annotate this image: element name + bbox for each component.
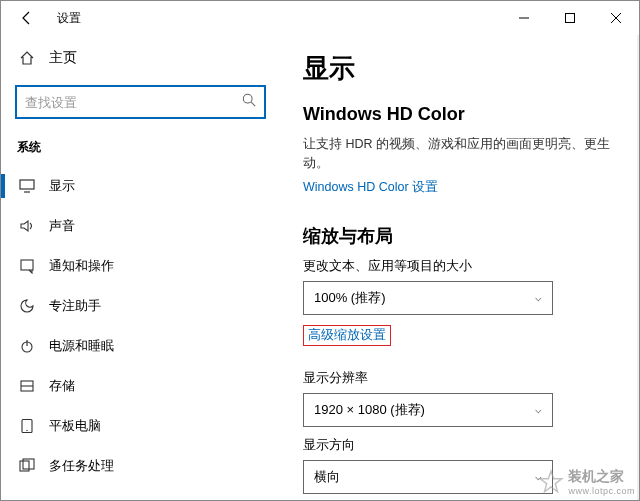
search-input[interactable] bbox=[25, 95, 242, 110]
sidebar-item-label: 显示 bbox=[49, 177, 75, 195]
watermark-brand: 装机之家 bbox=[568, 468, 635, 486]
sidebar-item-storage[interactable]: 存储 bbox=[1, 366, 280, 406]
sidebar-item-sound[interactable]: 声音 bbox=[1, 206, 280, 246]
search-icon bbox=[242, 93, 256, 111]
sidebar-item-label: 平板电脑 bbox=[49, 417, 101, 435]
chevron-down-icon: ⌵ bbox=[535, 291, 542, 304]
home-icon bbox=[19, 50, 35, 66]
section-heading: 系统 bbox=[1, 133, 280, 166]
svg-rect-3 bbox=[21, 260, 33, 270]
text-size-label: 更改文本、应用等项目的大小 bbox=[303, 258, 617, 275]
sound-icon bbox=[19, 218, 35, 234]
home-link[interactable]: 主页 bbox=[1, 39, 280, 77]
resolution-value: 1920 × 1080 (推荐) bbox=[314, 401, 425, 419]
resolution-select[interactable]: 1920 × 1080 (推荐) ⌵ bbox=[303, 393, 553, 427]
notification-icon bbox=[19, 258, 35, 274]
orientation-label: 显示方向 bbox=[303, 437, 617, 454]
multitask-icon bbox=[19, 458, 35, 474]
display-icon bbox=[19, 178, 35, 194]
page-title: 显示 bbox=[303, 51, 617, 86]
home-label: 主页 bbox=[49, 49, 77, 67]
titlebar: 设置 bbox=[1, 1, 639, 35]
power-icon bbox=[19, 338, 35, 354]
chevron-down-icon: ⌵ bbox=[535, 403, 542, 416]
search-box[interactable] bbox=[15, 85, 266, 119]
sidebar-item-label: 电源和睡眠 bbox=[49, 337, 114, 355]
sidebar-item-notifications[interactable]: 通知和操作 bbox=[1, 246, 280, 286]
watermark-url: www.lotpc.com bbox=[568, 486, 635, 496]
svg-point-1 bbox=[243, 94, 252, 103]
sidebar-item-label: 专注助手 bbox=[49, 297, 101, 315]
sidebar: 主页 系统 显示 声音 通知和操作 专注助手 bbox=[1, 35, 281, 500]
resolution-label: 显示分辨率 bbox=[303, 370, 617, 387]
sidebar-item-display[interactable]: 显示 bbox=[1, 166, 280, 206]
hdcolor-desc: 让支持 HDR 的视频、游戏和应用的画面更明亮、更生动。 bbox=[303, 135, 617, 173]
hdcolor-settings-link[interactable]: Windows HD Color 设置 bbox=[303, 179, 438, 196]
star-icon bbox=[538, 469, 564, 495]
scale-heading: 缩放与布局 bbox=[303, 224, 617, 248]
svg-point-7 bbox=[26, 430, 27, 431]
advanced-scaling-link[interactable]: 高级缩放设置 bbox=[303, 325, 391, 346]
main-panel: 显示 Windows HD Color 让支持 HDR 的视频、游戏和应用的画面… bbox=[281, 35, 639, 500]
scrollbar[interactable] bbox=[637, 35, 639, 500]
sidebar-item-label: 通知和操作 bbox=[49, 257, 114, 275]
storage-icon bbox=[19, 378, 35, 394]
svg-rect-0 bbox=[566, 14, 575, 23]
text-size-value: 100% (推荐) bbox=[314, 289, 386, 307]
close-button[interactable] bbox=[593, 1, 639, 35]
sidebar-item-tablet[interactable]: 平板电脑 bbox=[1, 406, 280, 446]
sidebar-item-label: 声音 bbox=[49, 217, 75, 235]
watermark: 装机之家 www.lotpc.com bbox=[538, 468, 635, 496]
window-title: 设置 bbox=[57, 10, 81, 27]
sidebar-item-label: 存储 bbox=[49, 377, 75, 395]
minimize-button[interactable] bbox=[501, 1, 547, 35]
maximize-button[interactable] bbox=[547, 1, 593, 35]
orientation-value: 横向 bbox=[314, 468, 340, 486]
svg-rect-2 bbox=[20, 180, 34, 189]
tablet-icon bbox=[19, 418, 35, 434]
hdcolor-heading: Windows HD Color bbox=[303, 104, 617, 125]
sidebar-item-label: 多任务处理 bbox=[49, 457, 114, 475]
sidebar-item-multitask[interactable]: 多任务处理 bbox=[1, 446, 280, 486]
focus-icon bbox=[19, 298, 35, 314]
sidebar-item-focus[interactable]: 专注助手 bbox=[1, 286, 280, 326]
sidebar-item-power[interactable]: 电源和睡眠 bbox=[1, 326, 280, 366]
orientation-select[interactable]: 横向 ⌵ bbox=[303, 460, 553, 494]
text-size-select[interactable]: 100% (推荐) ⌵ bbox=[303, 281, 553, 315]
back-button[interactable] bbox=[9, 1, 45, 35]
